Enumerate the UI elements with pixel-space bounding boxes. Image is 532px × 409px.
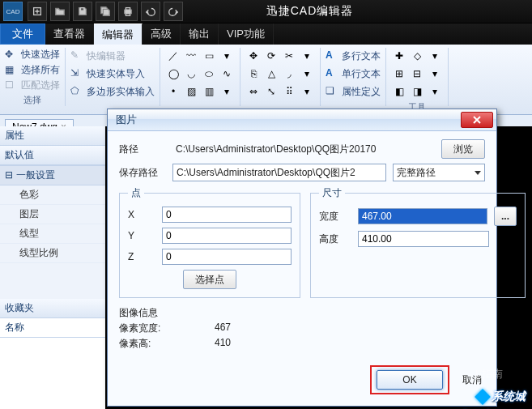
polyline-icon[interactable]: 〰 bbox=[183, 48, 199, 64]
print-icon[interactable] bbox=[118, 2, 138, 21]
favorites-name-col: 名称 bbox=[0, 318, 105, 338]
prop-color[interactable]: 色彩 bbox=[0, 185, 105, 205]
multiline-text-label: 多行文本 bbox=[342, 49, 381, 63]
watermark-hint: |"指南 bbox=[475, 367, 503, 381]
size-fieldset: 尺寸 宽度 ... 高度 bbox=[310, 186, 526, 298]
save-path-mode-value: 完整路径 bbox=[397, 166, 436, 180]
polygon-icon: ⬠ bbox=[70, 85, 83, 98]
circle-icon[interactable]: ◯ bbox=[165, 66, 181, 82]
dialog-close-button[interactable] bbox=[461, 112, 493, 128]
import-icon: ⇲ bbox=[70, 67, 83, 80]
prop-linetype[interactable]: 线型 bbox=[0, 224, 105, 244]
array-icon[interactable]: ⠿ bbox=[281, 83, 297, 100]
new-file-icon[interactable] bbox=[28, 2, 47, 21]
width-input[interactable] bbox=[358, 208, 487, 224]
y-label: Y bbox=[128, 230, 155, 241]
point-icon[interactable]: • bbox=[165, 83, 181, 100]
undo-icon[interactable] bbox=[141, 2, 160, 21]
width-more-button[interactable]: ... bbox=[494, 207, 517, 226]
save-path-field[interactable]: C:\Users\Administrator\Desktop\QQ图片2 bbox=[172, 164, 386, 181]
singleline-text-button[interactable]: A单行文本 bbox=[326, 66, 381, 82]
attr-def-button[interactable]: ❏属性定义 bbox=[326, 83, 381, 100]
z-input[interactable] bbox=[162, 249, 292, 265]
open-file-icon[interactable] bbox=[50, 2, 70, 21]
save-path-mode-select[interactable]: 完整路径 bbox=[393, 164, 485, 181]
rect-icon[interactable]: ▭ bbox=[201, 48, 217, 64]
trim-icon[interactable]: ✂ bbox=[281, 48, 297, 64]
ellipse-icon[interactable]: ⬭ bbox=[201, 66, 217, 82]
m5-icon[interactable]: ⊟ bbox=[409, 66, 425, 82]
y-input[interactable] bbox=[162, 228, 292, 244]
poly-entity-button[interactable]: ⬠多边形实体输入 bbox=[70, 83, 155, 100]
image-dialog: 图片 路径 C:\Users\Administrator\Desktop\QQ图… bbox=[107, 109, 497, 407]
m7-icon[interactable]: ◧ bbox=[391, 83, 407, 100]
dropdown-icon[interactable]: ▾ bbox=[219, 48, 235, 64]
arc-icon[interactable]: ◡ bbox=[183, 66, 199, 82]
app-logo: CAD bbox=[3, 2, 23, 21]
stretch-icon[interactable]: ⇔ bbox=[245, 83, 262, 100]
tab-vip[interactable]: VIP功能 bbox=[219, 23, 274, 45]
m4-icon[interactable]: ⊞ bbox=[391, 66, 407, 82]
line-icon[interactable]: ／ bbox=[165, 48, 181, 64]
rotate-icon[interactable]: ⟳ bbox=[263, 48, 279, 64]
m8-icon[interactable]: ◨ bbox=[409, 83, 425, 100]
browse-button[interactable]: 浏览 bbox=[441, 139, 485, 159]
save-all-icon[interactable] bbox=[96, 2, 115, 21]
dd1-icon[interactable]: ▾ bbox=[299, 48, 315, 64]
copy-icon[interactable]: ⎘ bbox=[245, 66, 262, 82]
px-height-value: 410 bbox=[182, 337, 231, 351]
prop-layer[interactable]: 图层 bbox=[0, 205, 105, 224]
mirror-icon[interactable]: △ bbox=[263, 66, 279, 82]
quick-editor-button: ✎快编辑器 bbox=[70, 48, 155, 64]
properties-default[interactable]: 默认值 bbox=[0, 146, 105, 165]
multiline-text-button[interactable]: A多行文本 bbox=[326, 48, 381, 64]
height-input[interactable] bbox=[358, 231, 489, 247]
z-label: Z bbox=[128, 251, 155, 262]
dropdown-arrow-icon bbox=[475, 171, 481, 175]
svg-rect-1 bbox=[80, 8, 83, 11]
m6-icon[interactable]: ▾ bbox=[427, 66, 443, 82]
attr-def-label: 属性定义 bbox=[342, 85, 381, 99]
move-icon[interactable]: ✥ bbox=[245, 48, 262, 64]
ribbon: ✥快速选择 ▦选择所有 ☐匹配选择 选择 ✎快编辑器 ⇲快速实体导入 ⬠多边形实… bbox=[0, 45, 532, 115]
scale-icon[interactable]: ⤡ bbox=[263, 83, 279, 100]
cursor-icon: ✥ bbox=[5, 49, 18, 62]
svg-rect-4 bbox=[126, 14, 130, 16]
select-point-button[interactable]: 选择点 bbox=[183, 270, 236, 289]
tab-editor[interactable]: 编辑器 bbox=[94, 23, 143, 45]
m3-icon[interactable]: ▾ bbox=[427, 48, 443, 64]
quick-select-label: 快速选择 bbox=[21, 48, 60, 62]
height-label: 高度 bbox=[319, 232, 351, 246]
tab-viewer[interactable]: 查看器 bbox=[45, 23, 94, 45]
select-all-button[interactable]: ▦选择所有 bbox=[5, 63, 60, 77]
file-menu[interactable]: 文件 bbox=[0, 23, 45, 45]
m9-icon[interactable]: ▾ bbox=[427, 83, 443, 100]
dd3-icon[interactable]: ▾ bbox=[299, 83, 315, 100]
quick-entity-label: 快速实体导入 bbox=[87, 67, 145, 81]
dd2-icon[interactable]: ▾ bbox=[299, 66, 315, 82]
more-icon[interactable]: ▾ bbox=[219, 83, 235, 100]
ok-button[interactable]: OK bbox=[377, 370, 443, 390]
fillet-icon[interactable]: ◞ bbox=[281, 66, 297, 82]
m2-icon[interactable]: ◇ bbox=[409, 48, 425, 64]
dialog-title: 图片 bbox=[116, 113, 137, 127]
poly-entity-label: 多边形实体输入 bbox=[87, 85, 155, 99]
spline-icon[interactable]: ∿ bbox=[219, 66, 235, 82]
prop-ltscale[interactable]: 线型比例 bbox=[0, 244, 105, 263]
image-info-title: 图像信息 bbox=[119, 306, 485, 320]
dialog-titlebar[interactable]: 图片 bbox=[108, 109, 496, 131]
region-icon[interactable]: ▥ bbox=[201, 83, 217, 100]
text-a-icon: A bbox=[326, 49, 338, 62]
tab-output[interactable]: 输出 bbox=[181, 23, 219, 45]
tab-advanced[interactable]: 高级 bbox=[143, 23, 181, 45]
x-input[interactable] bbox=[162, 207, 292, 223]
point-fieldset: 点 X Y Z 选择点 bbox=[119, 186, 300, 298]
section-general[interactable]: ⊟一般设置 bbox=[0, 165, 105, 185]
quick-select-button[interactable]: ✥快速选择 bbox=[5, 48, 60, 62]
redo-icon[interactable] bbox=[164, 2, 183, 21]
hatch-icon[interactable]: ▨ bbox=[183, 83, 199, 100]
properties-title: 属性 bbox=[0, 126, 105, 146]
quick-entity-button[interactable]: ⇲快速实体导入 bbox=[70, 66, 155, 82]
save-icon[interactable] bbox=[73, 2, 92, 21]
m1-icon[interactable]: ✚ bbox=[391, 48, 407, 64]
